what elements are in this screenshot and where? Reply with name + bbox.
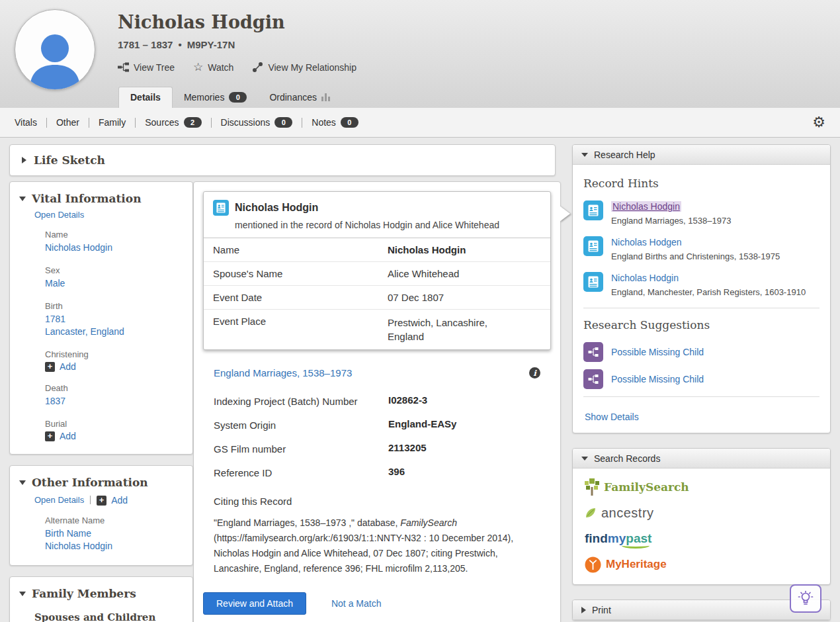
record-row-spouse: Spouse's Name Alice Whitehead (204, 261, 550, 285)
nav-sources-label: Sources (145, 117, 179, 128)
info-icon[interactable]: i (529, 367, 540, 378)
person-silhouette-icon (26, 28, 84, 89)
research-suggestion-icon (583, 342, 603, 362)
record-hint-link[interactable]: Nicholas Hodgen (611, 237, 682, 247)
detail-label: GS Film number (214, 442, 388, 456)
relationship-icon (252, 62, 263, 73)
vital-field-death: Death 1837 (45, 383, 183, 408)
detail-label: Indexing Project (Batch) Number (214, 394, 388, 408)
batch-number-link[interactable]: I02862-3 (388, 394, 427, 408)
research-help-header[interactable]: Research Help (573, 145, 830, 165)
search-records-title: Search Records (594, 453, 660, 464)
show-details-link[interactable]: Show Details (585, 412, 639, 422)
ordinances-bars-icon (321, 93, 330, 101)
add-christening-button[interactable]: + Add (45, 361, 183, 372)
avatar[interactable] (15, 9, 95, 90)
nav-notes[interactable]: Notes 0 (312, 117, 358, 128)
open-details-link[interactable]: Open Details (34, 210, 84, 220)
record-hint-link[interactable]: Nicholas Hodgin (611, 201, 681, 212)
alternate-value-link[interactable]: Nicholas Hodgin (45, 540, 183, 553)
row-label: Event Place (213, 316, 388, 343)
detail-label: Reference ID (214, 466, 388, 480)
nav-discussions[interactable]: Discussions 0 (221, 117, 293, 128)
alternate-name-field: Alternate Name Birth Name Nicholas Hodgi… (45, 515, 183, 553)
add-label: Add (60, 431, 76, 441)
nav-discussions-label: Discussions (221, 117, 271, 128)
life-sketch-panel[interactable]: Life Sketch (9, 144, 556, 176)
spouse-name-link[interactable]: Alice Whitehead (388, 268, 459, 279)
life-sketch-title: Life Sketch (34, 154, 105, 167)
page-title: Nicholas Hodgin (118, 12, 357, 32)
memories-count-badge: 0 (229, 92, 247, 103)
record-hint-item: Nicholas Hodgin England Marriages, 1538–… (583, 200, 819, 226)
nav-other[interactable]: Other (56, 117, 79, 128)
record-hints-heading: Record Hints (583, 177, 819, 190)
name-value-link[interactable]: Nicholas Hodgin (45, 242, 183, 254)
view-relationship-link[interactable]: View My Relationship (252, 62, 357, 73)
other-information-title: Other Information (32, 476, 148, 489)
hint-pointer-arrow (560, 206, 570, 222)
open-details-link[interactable]: Open Details (34, 495, 84, 505)
not-a-match-link[interactable]: Not a Match (331, 598, 381, 609)
nav-vitals-label: Vitals (15, 117, 37, 128)
record-hint-item: Nicholas Hodgin England, Manchester, Par… (583, 272, 819, 298)
possible-missing-child-link[interactable]: Possible Missing Child (611, 347, 704, 357)
familysearch-tree-icon (585, 478, 599, 496)
review-and-attach-button[interactable]: Review and Attach (203, 592, 306, 615)
record-person-name: Nicholas Hodgin (235, 202, 318, 214)
record-icon (213, 200, 229, 216)
search-records-header[interactable]: Search Records (573, 449, 830, 468)
other-information-header[interactable]: Other Information (19, 476, 183, 489)
record-hint-collection: England Births and Christenings, 1538-19… (611, 251, 780, 262)
add-burial-button[interactable]: + Add (45, 431, 183, 441)
vital-information-header[interactable]: Vital Information (19, 192, 183, 205)
add-other-button[interactable]: + Add (97, 495, 128, 506)
sex-value-link[interactable]: Male (45, 277, 183, 290)
field-label: Sex (45, 265, 183, 275)
record-actions-row: Review and Attach Not a Match (203, 592, 551, 615)
myheritage-logo[interactable]: MyHeritage (585, 554, 818, 575)
separator (302, 118, 302, 128)
person-id: M9PY-17N (187, 39, 235, 50)
record-details-section: England Marriages, 1538–1973 i Indexing … (203, 367, 551, 576)
view-tree-link[interactable]: View Tree (118, 62, 175, 73)
film-number-link[interactable]: 2113205 (388, 442, 427, 456)
nav-sources[interactable]: Sources 2 (145, 117, 201, 128)
nav-family[interactable]: Family (99, 117, 126, 128)
findmypast-logo[interactable]: findmypast (585, 528, 818, 549)
research-help-panel: Research Help Record Hints (572, 144, 831, 433)
citation-text: "England Marriages, 1538–1973 ," databas… (214, 515, 540, 576)
chevron-down-icon (581, 457, 588, 461)
chevron-right-icon (22, 157, 26, 163)
record-hint-collection: England, Manchester, Parish Registers, 1… (611, 287, 806, 298)
vital-field-name: Name Nicholas Hodgin (45, 230, 183, 254)
lifespan-row: 1781 – 1837 • M9PY-17N (118, 39, 357, 50)
alternate-type-link[interactable]: Birth Name (45, 527, 183, 540)
research-suggestion-item: Possible Missing Child (583, 342, 819, 362)
myheritage-circle-icon (585, 556, 601, 573)
ancestry-logo[interactable]: ancestry (585, 502, 818, 523)
collection-link[interactable]: England Marriages, 1538–1973 (214, 367, 352, 378)
death-value-link[interactable]: 1837 (45, 395, 183, 408)
discussions-count-badge: 0 (274, 117, 292, 128)
birth-year-link[interactable]: 1781 (45, 313, 183, 326)
left-column: Vital Information Open Details Name Nich… (9, 181, 193, 622)
tab-details[interactable]: Details (118, 87, 173, 108)
watch-link[interactable]: ☆ Watch (193, 62, 233, 73)
gear-icon[interactable]: ⚙ (812, 115, 825, 130)
tab-memories[interactable]: Memories 0 (173, 87, 258, 108)
detail-row-system-origin: System Origin England-EASy (214, 418, 540, 432)
family-members-header[interactable]: Family Members (19, 587, 183, 600)
vital-field-sex: Sex Male (45, 265, 183, 290)
nav-vitals[interactable]: Vitals (15, 117, 37, 128)
birth-place-link[interactable]: Lancaster, England (45, 326, 183, 338)
detail-row-film-number: GS Film number 2113205 (214, 442, 540, 456)
feedback-lightbulb-button[interactable] (790, 584, 821, 613)
tab-ordinances[interactable]: Ordinances (258, 87, 341, 108)
possible-missing-child-link[interactable]: Possible Missing Child (611, 374, 704, 384)
record-hint-link[interactable]: Nicholas Hodgin (611, 273, 679, 283)
record-preview-card: Nicholas Hodgin mentioned in the record … (203, 191, 551, 350)
familysearch-logo[interactable]: FamilySearch (585, 476, 818, 498)
print-title: Print (592, 605, 611, 615)
nav-notes-label: Notes (312, 117, 336, 128)
